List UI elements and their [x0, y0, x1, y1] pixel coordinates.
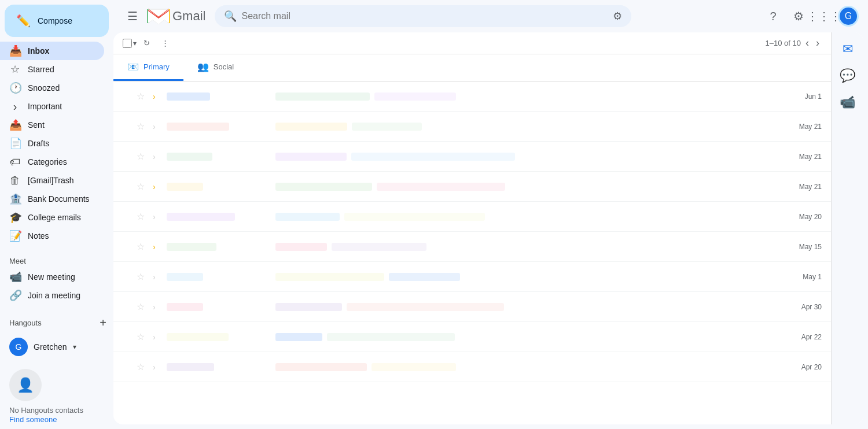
star-icon[interactable]: ☆ — [137, 241, 148, 252]
important-icon[interactable]: › — [153, 242, 162, 252]
sidebar-item-label: College emails — [28, 213, 95, 222]
chevron-down-icon[interactable]: ▾ — [73, 343, 76, 351]
email-date: May 15 — [787, 243, 822, 251]
important-icon[interactable]: › — [153, 363, 162, 372]
gmail-logo: Gmail — [147, 8, 205, 24]
important-icon[interactable]: › — [153, 302, 162, 312]
sidebar-item-sent[interactable]: 📤 Sent — [0, 116, 104, 134]
main-area: ☰ Gmail 🔍 ⚙ ? ⚙ ⋮⋮⋮ G — [113, 0, 868, 429]
star-icon[interactable]: ☆ — [137, 181, 148, 192]
sidebar-item-categories[interactable]: 🏷 Categories — [0, 153, 104, 171]
table-row[interactable]: ☆ › Jun 1 — [113, 82, 831, 112]
star-icon[interactable]: ☆ — [137, 271, 148, 282]
tab-social[interactable]: 👥 Social — [183, 54, 248, 81]
menu-button[interactable]: ☰ — [123, 5, 142, 28]
important-icon[interactable]: › — [153, 122, 162, 131]
email-sender — [167, 153, 271, 161]
refresh-button[interactable]: ↻ — [139, 35, 155, 51]
email-subject-snippet — [275, 183, 782, 191]
star-icon[interactable]: ☆ — [137, 211, 148, 222]
important-icon[interactable]: › — [153, 152, 162, 161]
table-row[interactable]: ☆ › Apr 30 — [113, 292, 831, 322]
support-button[interactable]: ? — [762, 5, 785, 28]
starred-icon: ☆ — [9, 63, 21, 76]
email-date: Apr 30 — [787, 303, 822, 311]
sidebar-item-bank-documents[interactable]: 🏦 Bank Documents — [0, 190, 104, 208]
email-subject-snippet — [275, 213, 782, 221]
right-tab-mail[interactable]: ✉ — [838, 37, 858, 61]
table-row[interactable]: ☆ › May 21 — [113, 172, 831, 202]
table-row[interactable]: ☆ › Apr 20 — [113, 352, 831, 382]
star-icon[interactable]: ☆ — [137, 301, 148, 312]
user-avatar[interactable]: G — [838, 6, 859, 27]
email-sender — [167, 93, 271, 101]
star-icon[interactable]: ☆ — [137, 331, 148, 342]
right-tab-meet[interactable]: 📹 — [835, 90, 860, 114]
important-icon[interactable]: › — [153, 92, 162, 101]
add-hangout-button[interactable]: + — [97, 314, 109, 332]
search-input[interactable] — [241, 11, 608, 21]
email-sender — [167, 123, 271, 131]
star-icon[interactable]: ☆ — [137, 361, 148, 372]
sidebar-item-starred[interactable]: ☆ Starred — [0, 60, 104, 79]
apps-button[interactable]: ⋮⋮⋮ — [812, 5, 836, 28]
important-icon[interactable]: › — [153, 182, 162, 191]
important-icon[interactable]: › — [153, 332, 162, 342]
table-row[interactable]: ☆ › May 21 — [113, 112, 831, 142]
sidebar-item-label: Sent — [28, 120, 95, 130]
search-bar: 🔍 ⚙ — [215, 5, 631, 27]
email-subject-snippet — [275, 333, 782, 341]
more-options-button[interactable]: ⋮ — [157, 35, 174, 51]
sidebar-item-label: Join a meeting — [28, 291, 95, 300]
select-dropdown-arrow[interactable]: ▾ — [133, 39, 137, 47]
sidebar-item-snoozed[interactable]: 🕐 Snoozed — [0, 79, 104, 97]
meet-section-header: Meet — [0, 252, 113, 268]
star-icon[interactable]: ☆ — [137, 91, 148, 102]
table-row[interactable]: ☆ › May 1 — [113, 262, 831, 292]
right-tab-chat[interactable]: 💬 — [835, 64, 860, 88]
trash-icon: 🗑 — [9, 175, 21, 187]
important-icon[interactable]: › — [153, 212, 162, 221]
sidebar-item-label: New meeting — [28, 272, 95, 282]
hangouts-section-header: Hangouts — [9, 319, 97, 327]
table-row[interactable]: ☆ › May 21 — [113, 142, 831, 172]
sidebar-item-gmail-trash[interactable]: 🗑 [Gmail]Trash — [0, 171, 104, 190]
select-all-checkbox[interactable] — [123, 39, 132, 48]
table-row[interactable]: ☆ › May 20 — [113, 202, 831, 232]
next-page-button[interactable]: › — [814, 35, 822, 51]
email-subject-snippet — [275, 153, 782, 161]
compose-button[interactable]: ✏️ Compose — [5, 5, 109, 37]
email-sender — [167, 213, 271, 221]
star-icon[interactable]: ☆ — [137, 151, 148, 162]
table-row[interactable]: ☆ › Apr 22 — [113, 322, 831, 352]
star-icon[interactable]: ☆ — [137, 121, 148, 132]
tab-primary[interactable]: 📧 Primary — [113, 54, 183, 81]
sidebar-item-important[interactable]: › Important — [0, 97, 104, 116]
sidebar-item-label: Notes — [28, 231, 95, 241]
snoozed-icon: 🕐 — [9, 82, 21, 94]
pagination-text: 1–10 of 10 — [766, 39, 801, 47]
search-icon[interactable]: 🔍 — [224, 10, 237, 23]
sidebar-item-label: Bank Documents — [28, 194, 95, 204]
hangouts-section: Hangouts + G Gretchen ▾ — [0, 312, 113, 360]
sidebar-item-inbox[interactable]: 📥 Inbox — [0, 42, 104, 60]
content-area: ▾ ↻ ⋮ 1–10 of 10 ‹ › 📧 Primary 👥 Soc — [113, 32, 863, 424]
sidebar-item-new-meeting[interactable]: 📹 New meeting — [0, 268, 104, 286]
email-date: May 1 — [787, 273, 822, 281]
table-row[interactable]: ☆ › May 15 — [113, 232, 831, 262]
prev-page-button[interactable]: ‹ — [803, 35, 811, 51]
sidebar-item-college-emails[interactable]: 🎓 College emails — [0, 208, 104, 227]
hangouts-contact-item[interactable]: G Gretchen ▾ — [0, 334, 113, 360]
sidebar-item-notes[interactable]: 📝 Notes — [0, 227, 104, 245]
toolbar: ▾ ↻ ⋮ 1–10 of 10 ‹ › — [113, 32, 831, 54]
tune-icon[interactable]: ⚙ — [613, 10, 622, 23]
sidebar-item-join-meeting[interactable]: 🔗 Join a meeting — [0, 286, 104, 305]
email-subject-snippet — [275, 243, 782, 251]
sidebar-item-label: Drafts — [28, 139, 95, 148]
email-sender — [167, 183, 271, 191]
meet-section: Meet 📹 New meeting 🔗 Join a meeting — [0, 252, 113, 305]
important-icon[interactable]: › — [153, 272, 162, 282]
email-list: ☆ › Jun 1 ☆ › May 21 ☆ › — [113, 82, 831, 424]
sidebar-item-drafts[interactable]: 📄 Drafts — [0, 134, 104, 153]
find-someone-link[interactable]: Find someone — [9, 415, 57, 424]
